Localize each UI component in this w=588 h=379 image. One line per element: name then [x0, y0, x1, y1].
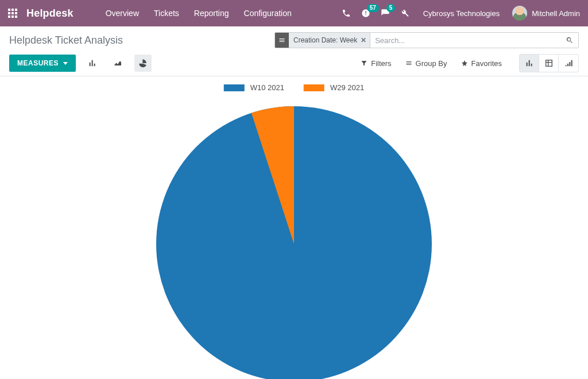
search-facet-label: Creation Date: Week [293, 36, 357, 44]
pie-chart-icon [138, 59, 148, 68]
top-navbar: Helpdesk Overview Tickets Reporting Conf… [0, 0, 588, 26]
menu-tickets[interactable]: Tickets [154, 9, 179, 18]
main-menu: Overview Tickets Reporting Configuration [106, 9, 292, 18]
groupby-icon [405, 60, 412, 67]
chart-line-button[interactable] [109, 55, 126, 72]
groupby-label: Group By [416, 59, 447, 68]
caret-down-icon [63, 62, 68, 65]
groupby-button[interactable]: Group By [405, 59, 447, 68]
view-graph-button[interactable] [520, 55, 539, 72]
legend-item-1[interactable]: W29 2021 [304, 83, 364, 92]
measures-button[interactable]: MEASURES [9, 55, 76, 72]
app-brand[interactable]: Helpdesk [26, 7, 74, 20]
company-selector[interactable]: Cybrosys Technologies [423, 9, 500, 18]
search-options: Filters Group By Favorites [361, 59, 502, 68]
search-icon [566, 36, 574, 44]
chart-bar-button[interactable] [84, 55, 101, 72]
phone-icon[interactable] [342, 9, 351, 18]
apps-icon[interactable] [8, 9, 17, 18]
legend-swatch [224, 84, 245, 91]
messages-icon[interactable]: 5 [381, 9, 390, 18]
legend-label: W10 2021 [250, 83, 284, 92]
star-icon [461, 60, 468, 67]
facet-remove-icon[interactable]: ✕ [361, 36, 366, 44]
chart-pie-button[interactable] [134, 55, 152, 72]
menu-overview[interactable]: Overview [106, 9, 139, 18]
view-pivot-button[interactable] [539, 55, 559, 72]
menu-reporting[interactable]: Reporting [194, 9, 229, 18]
tools-icon[interactable] [400, 9, 409, 18]
favorites-button[interactable]: Favorites [461, 59, 502, 68]
measures-label: MEASURES [17, 59, 59, 67]
search-facet: Creation Date: Week ✕ [289, 33, 370, 48]
bar-chart-icon [88, 59, 97, 68]
control-panel: Helpdesk Ticket Analysis Creation Date: … [0, 26, 588, 76]
legend-label: W29 2021 [330, 83, 364, 92]
signal-icon [564, 59, 573, 68]
pivot-view-icon [544, 59, 554, 68]
systray: 57 5 Cybrosys Technologies Mitchell Admi… [342, 6, 580, 21]
activities-count-badge: 57 [367, 4, 379, 12]
search-input[interactable] [370, 33, 561, 48]
graph-view-icon [525, 59, 534, 68]
pie-chart [155, 105, 433, 379]
activities-icon[interactable]: 57 [361, 9, 370, 18]
page-title: Helpdesk Ticket Analysis [9, 34, 123, 47]
search-box: Creation Date: Week ✕ [274, 32, 579, 48]
search-button[interactable] [561, 33, 578, 48]
menu-configuration[interactable]: Configuration [244, 9, 292, 18]
avatar [512, 6, 527, 21]
view-switcher [519, 54, 579, 72]
favorites-label: Favorites [471, 59, 502, 68]
chart-area: W10 2021 W29 2021 [0, 76, 588, 379]
legend-item-0[interactable]: W10 2021 [224, 83, 284, 92]
user-menu[interactable]: Mitchell Admin [512, 6, 580, 21]
messages-count-badge: 5 [386, 4, 396, 12]
area-chart-icon [113, 59, 122, 68]
filters-button[interactable]: Filters [361, 59, 391, 68]
user-name: Mitchell Admin [532, 9, 580, 18]
filters-label: Filters [371, 59, 391, 68]
facet-groupby-icon[interactable] [275, 33, 289, 48]
legend-swatch [304, 84, 324, 91]
view-cohort-button[interactable] [559, 55, 578, 72]
chart-legend: W10 2021 W29 2021 [224, 83, 365, 92]
filter-icon [361, 60, 368, 67]
